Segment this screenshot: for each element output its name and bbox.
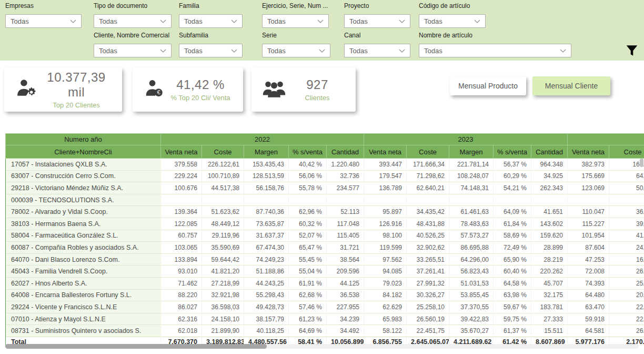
value-cell[interactable]: 59,67 %: [494, 301, 531, 313]
table-row[interactable]: 29218 - Victoriano Méndez Múñiz S.A.100.…: [6, 182, 644, 194]
value-cell[interactable]: 32.736: [327, 170, 364, 182]
value-cell[interactable]: 133.894: [161, 253, 202, 266]
value-cell[interactable]: 51.188,86: [244, 266, 289, 278]
value-cell[interactable]: 47.253: [568, 253, 609, 266]
value-cell[interactable]: 24.158,10: [202, 313, 244, 325]
value-cell[interactable]: 36.89: [609, 206, 644, 218]
value-cell[interactable]: 51.031,53: [449, 277, 494, 289]
value-cell[interactable]: 171.666,34: [407, 159, 449, 171]
value-cell[interactable]: 59.918: [568, 313, 609, 325]
value-cell[interactable]: 26.560,19: [407, 313, 449, 325]
value-cell[interactable]: 220.262: [531, 266, 568, 278]
value-cell[interactable]: 54,21 %: [494, 182, 531, 194]
client-cell[interactable]: 62027 - Hnos Alberto S.A.: [6, 277, 161, 289]
value-cell[interactable]: 62.316: [161, 313, 202, 325]
filter-dropdown-r2-1[interactable]: Todas: [179, 44, 243, 57]
table-row[interactable]: 63007 - Construcción Cerro S.Com.229.224…: [6, 170, 644, 182]
value-cell[interactable]: 32.902,62: [407, 242, 449, 254]
client-cell[interactable]: 58004 - Farmaceútica González S.L.: [6, 230, 161, 242]
table-row[interactable]: 60087 - Compañía Robles y asociados S.A.…: [6, 242, 644, 254]
value-cell[interactable]: 56.158,76: [244, 182, 289, 194]
value-cell[interactable]: 63.470: [568, 301, 609, 313]
value-cell[interactable]: 136.789: [364, 182, 407, 194]
value-cell[interactable]: 71.298,62: [407, 170, 449, 182]
value-cell[interactable]: 26.78: [609, 325, 644, 337]
value-cell[interactable]: 32.175: [531, 289, 568, 301]
value-cell[interactable]: 34.239: [327, 313, 364, 325]
table-row[interactable]: 45043 - Familia Vendrell S.Coop.93.01041…: [6, 266, 644, 278]
value-cell[interactable]: 64,09 %: [494, 206, 531, 218]
value-cell[interactable]: 123.069: [568, 182, 609, 194]
value-cell[interactable]: 59,75 %: [494, 313, 531, 325]
value-cell[interactable]: 24.47: [609, 242, 644, 254]
value-cell[interactable]: 74.393: [568, 277, 609, 289]
value-cell[interactable]: 55,78 %: [289, 182, 327, 194]
value-cell[interactable]: 27.218,99: [202, 277, 244, 289]
value-cell[interactable]: 48.449,12: [202, 218, 244, 230]
value-cell[interactable]: 143.602: [531, 218, 568, 230]
value-cell[interactable]: 37.261,41: [407, 266, 449, 278]
value-cell[interactable]: 37.370,55: [449, 301, 494, 313]
column-header[interactable]: Venta neta: [161, 145, 202, 159]
value-cell[interactable]: 40.118,25: [244, 325, 289, 337]
value-cell[interactable]: 26.65: [609, 266, 644, 278]
value-cell[interactable]: 175.669: [568, 170, 609, 182]
value-cell[interactable]: 117.048: [327, 218, 364, 230]
value-cell[interactable]: [364, 194, 407, 206]
value-cell[interactable]: 64.480: [568, 289, 609, 301]
column-header[interactable]: Margen: [449, 145, 494, 159]
value-cell[interactable]: 229.224: [161, 170, 202, 182]
value-cell[interactable]: 61,23 %: [289, 313, 327, 325]
value-cell[interactable]: 86.695,88: [449, 242, 494, 254]
value-cell[interactable]: 209.596: [327, 266, 364, 278]
client-cell[interactable]: 000039 - TECNOSOLUTIONS S.A.: [6, 194, 161, 206]
client-cell[interactable]: 38103 - Hermanos Baena S.A.: [6, 218, 161, 230]
value-cell[interactable]: 55,04 %: [289, 266, 327, 278]
table-row[interactable]: 000039 - TECNOSOLUTIONS S.A.: [6, 194, 644, 206]
value-cell[interactable]: 65,90 %: [494, 253, 531, 266]
column-header[interactable]: Coste: [609, 145, 644, 159]
value-cell[interactable]: 108.248,07: [449, 170, 494, 182]
value-cell[interactable]: 227.955: [327, 301, 364, 313]
value-cell[interactable]: 159.620: [531, 230, 568, 242]
filter-dropdown-r1-1[interactable]: Todas: [94, 14, 172, 28]
value-cell[interactable]: [531, 194, 568, 206]
value-cell[interactable]: 87.740,36: [244, 206, 289, 218]
column-header[interactable]: Coste: [202, 145, 244, 159]
value-cell[interactable]: 41.821,20: [202, 266, 244, 278]
column-header[interactable]: Cantidad: [531, 145, 568, 159]
value-cell[interactable]: 67.474,30: [244, 242, 289, 254]
value-cell[interactable]: 64.62: [609, 170, 644, 182]
value-cell[interactable]: 226.122,61: [202, 159, 244, 171]
value-cell[interactable]: 65,47 %: [289, 242, 327, 254]
value-cell[interactable]: [449, 194, 494, 206]
value-cell[interactable]: 50.69: [609, 182, 644, 194]
filter-dropdown-r2-4[interactable]: Todas: [419, 44, 571, 57]
filter-dropdown-r2-3[interactable]: Todas: [344, 44, 410, 57]
value-cell[interactable]: 22.89: [609, 313, 644, 325]
value-cell[interactable]: 126.916: [364, 218, 407, 230]
value-cell[interactable]: 38.157,79: [244, 313, 289, 325]
value-cell[interactable]: [407, 194, 449, 206]
value-cell[interactable]: 393.447: [364, 159, 407, 171]
value-cell[interactable]: 34.435,42: [407, 206, 449, 218]
value-cell[interactable]: 28.899: [531, 242, 568, 254]
value-cell[interactable]: 27.991,32: [407, 277, 449, 289]
value-cell[interactable]: 62,68 %: [289, 289, 327, 301]
value-cell[interactable]: 79.023: [364, 277, 407, 289]
value-cell[interactable]: 382.973: [568, 159, 609, 171]
value-cell[interactable]: 59.644,42: [202, 253, 244, 266]
value-cell[interactable]: 39.81: [609, 218, 644, 230]
value-cell[interactable]: 86.027: [161, 301, 202, 313]
value-cell[interactable]: 30.326,27: [407, 289, 449, 301]
value-cell[interactable]: 16.18: [609, 253, 644, 266]
table-row[interactable]: 78002 - Alvarado y Vidal S.Coop.139.3645…: [6, 206, 644, 218]
value-cell[interactable]: 262.343: [531, 182, 568, 194]
filter-dropdown-r1-2[interactable]: Todas: [179, 14, 243, 28]
table-row[interactable]: 38103 - Hermanos Baena S.A.122.08548.449…: [6, 218, 644, 230]
value-cell[interactable]: 94.085: [364, 266, 407, 278]
value-cell[interactable]: [494, 194, 531, 206]
client-cell[interactable]: 45043 - Familia Vendrell S.Coop.: [6, 266, 161, 278]
value-cell[interactable]: 61,84 %: [494, 218, 531, 230]
value-cell[interactable]: 60,32 %: [289, 218, 327, 230]
